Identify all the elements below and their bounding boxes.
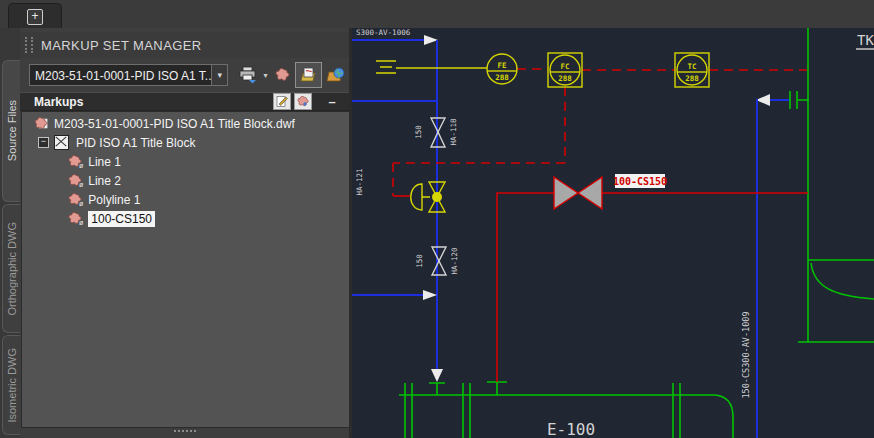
tree-row-markup[interactable]: ø Polyline 1 bbox=[22, 190, 349, 209]
drag-grip-icon[interactable] bbox=[25, 37, 33, 53]
add-icon: + bbox=[27, 9, 43, 25]
markup-set-dropdown-button[interactable]: ▾ bbox=[211, 64, 228, 86]
svg-text:288: 288 bbox=[558, 74, 572, 83]
palette-title: MARKUP SET MANAGER bbox=[41, 38, 202, 53]
dwf-file-label: M203-51-01-0001-PID ISO A1 Title Block.d… bbox=[54, 117, 295, 131]
markup-status-glyph: ø bbox=[79, 200, 83, 207]
flow-arrow-right-icon bbox=[424, 35, 438, 45]
markup-status-glyph: ø bbox=[79, 181, 83, 188]
markup-label: Polyline 1 bbox=[88, 193, 140, 207]
flow-arrow-right-icon bbox=[423, 290, 437, 300]
tab-orthographic-dwg[interactable]: Orthographic DWG bbox=[2, 204, 21, 333]
tree-row-markup[interactable]: ø Line 1 bbox=[22, 152, 349, 171]
markup-status-glyph: ø bbox=[79, 162, 83, 169]
sheet-pencil-icon bbox=[276, 96, 288, 107]
gate-valve-ha120 bbox=[432, 247, 446, 275]
tank-dish-curve bbox=[811, 263, 874, 299]
tree-row-markup-selected[interactable]: ø 100-CS150 bbox=[22, 209, 349, 228]
print-options-caret-button[interactable]: ▾ bbox=[264, 71, 268, 80]
fe-instrument-bubble: FE 288 bbox=[487, 54, 517, 84]
palette-resize-grip[interactable] bbox=[20, 430, 349, 432]
sheet-thumbnail-icon bbox=[54, 135, 69, 150]
valve1-tag-label: HA-118 bbox=[449, 118, 458, 146]
svg-text:TC: TC bbox=[687, 62, 696, 71]
collapse-section-button[interactable]: – bbox=[323, 94, 341, 109]
palette-title-bar[interactable]: MARKUP SET MANAGER bbox=[20, 32, 349, 58]
palette-tab-strip: Source Files Orthographic DWG Isometric … bbox=[0, 28, 20, 438]
markup-label: Line 1 bbox=[88, 155, 121, 169]
svg-text:FE: FE bbox=[497, 61, 507, 70]
valve2-size-label: 150 bbox=[415, 254, 424, 268]
tree-row-markup[interactable]: ø Line 2 bbox=[22, 171, 349, 190]
markup-set-selector[interactable]: M203-51-01-0001-PID ISO A1 T... bbox=[29, 64, 211, 86]
collapse-node-icon[interactable]: − bbox=[38, 137, 49, 148]
shutoff-valve-symbol bbox=[554, 177, 602, 209]
open-markup-set-button[interactable] bbox=[322, 62, 349, 88]
grip-dots-icon bbox=[174, 430, 196, 432]
folder-globe-icon bbox=[326, 67, 345, 84]
redline-splat-icon bbox=[275, 68, 290, 82]
tab-source-files[interactable]: Source Files bbox=[2, 60, 21, 202]
markup-set-manager-palette: MARKUP SET MANAGER M203-51-01-0001-PID I… bbox=[20, 28, 352, 438]
valve-actuator-icon bbox=[411, 184, 430, 210]
svg-text:288: 288 bbox=[495, 73, 509, 82]
control-valve-symbol bbox=[411, 182, 445, 212]
dwf-markup-file-icon bbox=[35, 117, 49, 130]
top-strip: + bbox=[0, 0, 874, 29]
drawing-canvas[interactable]: FE 288 FC 288 TC 288 bbox=[352, 28, 874, 438]
markup-set-manager-window: + Source Files Orthographic DWG Isometri… bbox=[0, 0, 874, 438]
cv-tag-label: HA-121 bbox=[355, 168, 364, 195]
pid-schematic: FE 288 FC 288 TC 288 bbox=[352, 28, 874, 438]
vessel-nozzle bbox=[487, 382, 507, 395]
sheet-label: PID ISO A1 Title Block bbox=[76, 136, 195, 150]
tc-instrument-bubble: TC 288 bbox=[675, 53, 709, 87]
riser-tag-label: 150-CS300-AV-1009 bbox=[741, 312, 751, 399]
markups-header-title: Markups bbox=[34, 95, 83, 109]
green-equipment-lines bbox=[399, 28, 874, 438]
markup-label-selected: 100-CS150 bbox=[88, 211, 155, 227]
svg-text:100-CS150: 100-CS150 bbox=[613, 176, 667, 187]
svg-text:TK: TK bbox=[857, 32, 874, 48]
republish-markup-dwf-button[interactable] bbox=[234, 62, 261, 88]
orifice-plate-symbol bbox=[376, 61, 487, 73]
markup-status-glyph: ø bbox=[79, 219, 83, 226]
vessel-nozzle bbox=[429, 383, 445, 395]
flow-arrow-left-icon bbox=[756, 94, 770, 106]
view-dwg-geometry-button[interactable] bbox=[295, 62, 321, 88]
tank-tag-label: TK bbox=[856, 32, 874, 49]
view-redline-geometry-button[interactable] bbox=[270, 62, 296, 88]
splat-badge-icon bbox=[297, 96, 309, 107]
blue-pipe-lines bbox=[352, 35, 789, 438]
top-pipe-label: S300-AV-1006 bbox=[356, 28, 411, 37]
markup-details-button[interactable] bbox=[273, 93, 291, 110]
svg-text:288: 288 bbox=[685, 74, 699, 83]
flow-arrow-down-icon bbox=[431, 369, 443, 382]
markup-label: Line 2 bbox=[88, 174, 121, 188]
svg-text:FC: FC bbox=[560, 62, 569, 71]
valve1-size-label: 150 bbox=[414, 125, 423, 139]
palette-toolbar: M203-51-01-0001-PID ISO A1 T... ▾ ▾ bbox=[20, 62, 349, 88]
spec-break-icon bbox=[790, 91, 809, 109]
sheet-markup-icon bbox=[300, 67, 317, 83]
chevron-down-icon: ▾ bbox=[217, 70, 222, 80]
tree-row-dwf-root[interactable]: M203-51-01-0001-PID ISO A1 Title Block.d… bbox=[22, 114, 349, 133]
fc-instrument-bubble: FC 288 bbox=[548, 53, 582, 87]
markups-tree: M203-51-01-0001-PID ISO A1 Title Block.d… bbox=[21, 111, 350, 428]
markup-status-button[interactable] bbox=[294, 93, 312, 110]
tab-isometric-dwg[interactable]: Isometric DWG bbox=[2, 335, 21, 435]
markups-section-header: Markups – bbox=[20, 92, 349, 111]
new-palette-tab[interactable]: + bbox=[8, 3, 62, 29]
tree-row-sheet[interactable]: − PID ISO A1 Title Block bbox=[22, 133, 349, 152]
line-tag-markup-label[interactable]: 100-CS150 bbox=[613, 174, 667, 188]
vessel-tag-label: E-100 bbox=[547, 420, 595, 438]
valve2-tag-label: HA-120 bbox=[450, 247, 459, 275]
printer-icon bbox=[238, 66, 258, 84]
